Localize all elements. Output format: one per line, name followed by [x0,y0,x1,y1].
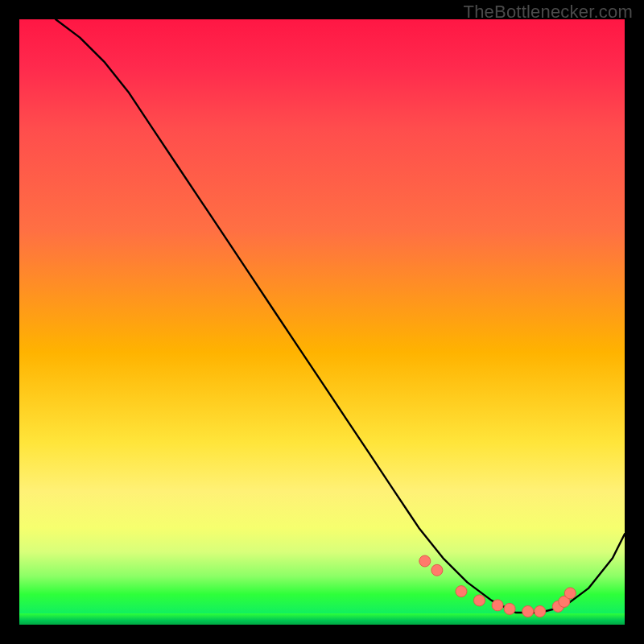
marker-point [456,586,467,597]
marker-point [492,600,503,611]
marker-point [535,606,546,617]
marker-point [431,564,443,576]
chart-frame: TheBottlenecker.com [0,0,644,644]
marker-point [474,595,485,606]
plot-area [19,19,625,625]
marker-point [504,603,515,614]
bottleneck-curve [56,19,625,613]
marker-group [419,555,576,617]
curve-layer [19,19,625,625]
marker-point [522,606,534,617]
marker-point [419,555,431,567]
watermark-text: TheBottlenecker.com [464,2,633,23]
marker-point [564,588,576,599]
